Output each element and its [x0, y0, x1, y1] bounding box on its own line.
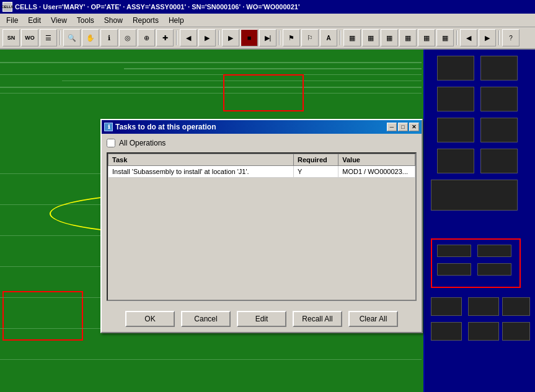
toolbar-font[interactable]: A: [320, 29, 337, 46]
toolbar-list[interactable]: ☰: [40, 29, 57, 46]
toolbar-grid5[interactable]: ▦: [418, 29, 435, 46]
task-table: Task Required Value Install 'Subassembly…: [108, 154, 415, 178]
pcb-trace: [124, 68, 422, 69]
pcb-trace: [0, 93, 422, 94]
cell-required: Y: [294, 166, 338, 178]
blue-ic-small-2: [477, 245, 511, 257]
blue-ic-4: [480, 87, 518, 111]
dialog-close-button[interactable]: ✕: [409, 123, 419, 131]
blue-ic-8: [480, 149, 518, 173]
menu-bar: File Edit View Tools Show Reports Help: [0, 14, 535, 27]
toolbar-back[interactable]: ◀: [180, 29, 197, 46]
all-operations-checkbox[interactable]: [107, 139, 115, 147]
toolbar-info[interactable]: ℹ: [100, 29, 118, 46]
pcb-right-board: [423, 50, 535, 392]
app-icon: CELLS: [2, 2, 12, 12]
toolbar-magnify[interactable]: ⊕: [138, 29, 155, 46]
toolbar-flag2[interactable]: ⚐: [301, 29, 319, 46]
all-operations-label: All Operations: [119, 139, 166, 147]
dialog-minimize-button[interactable]: ─: [387, 123, 397, 131]
toolbar-help[interactable]: ?: [502, 29, 520, 46]
window-title: CELLS · User='MARY' · OP='ATE' · ASSY='A…: [15, 3, 300, 11]
menu-show[interactable]: Show: [99, 15, 128, 26]
toolbar: SN WO ☰ 🔍 ✋ ℹ ◎ ⊕ ✚ ◀ ▶ ▶ ■ ▶| ⚑ ⚐ A ▦ ▦…: [0, 27, 535, 50]
dialog-title-group: ℹ Tasks to do at this operation: [104, 123, 216, 131]
toolbar-grid1[interactable]: ▦: [343, 29, 361, 46]
toolbar-grid4[interactable]: ▦: [399, 29, 417, 46]
col-required: Required: [294, 154, 338, 166]
blue-ic-2: [480, 56, 518, 81]
toolbar-stop[interactable]: ■: [241, 29, 258, 46]
ok-button[interactable]: OK: [125, 311, 175, 327]
blue-ic-small-4: [477, 263, 511, 276]
cell-value: MOD1 / WO000023...: [338, 166, 415, 178]
toolbar-sep-7: [498, 30, 500, 45]
toolbar-next2[interactable]: ▶: [479, 29, 496, 46]
toolbar-sn[interactable]: SN: [2, 29, 20, 46]
toolbar-target[interactable]: ◎: [119, 29, 136, 46]
blue-ic-3: [437, 87, 474, 111]
pcb-trace: [0, 62, 422, 63]
menu-reports[interactable]: Reports: [128, 15, 164, 26]
toolbar-fwd[interactable]: ▶: [198, 29, 216, 46]
pcb-highlight-red-bottom: [2, 291, 83, 341]
toolbar-add[interactable]: ✚: [156, 29, 174, 46]
toolbar-sep-6: [456, 30, 458, 45]
pcb-trace: [0, 87, 422, 88]
dialog-maximize-button[interactable]: □: [398, 123, 408, 131]
toolbar-grid2[interactable]: ▦: [362, 29, 379, 46]
toolbar-pan[interactable]: ✋: [82, 29, 99, 46]
pcb-trace: [0, 359, 422, 360]
col-task: Task: [108, 154, 294, 166]
all-operations-row: All Operations: [107, 139, 417, 147]
toolbar-grid6[interactable]: ▦: [436, 29, 454, 46]
toolbar-next[interactable]: ▶|: [259, 29, 276, 46]
toolbar-flag1[interactable]: ⚑: [283, 29, 300, 46]
tasks-dialog: ℹ Tasks to do at this operation ─ □ ✕ Al…: [100, 119, 423, 333]
toolbar-play[interactable]: ▶: [222, 29, 239, 46]
menu-view[interactable]: View: [46, 15, 72, 26]
blue-ic-bot-6: [502, 322, 530, 341]
blue-ic-7: [437, 149, 474, 173]
toolbar-sep-2: [176, 30, 177, 45]
cancel-button[interactable]: Cancel: [181, 311, 231, 327]
dialog-content: All Operations Task Required Value Insta…: [102, 134, 422, 306]
menu-edit[interactable]: Edit: [23, 15, 46, 26]
col-value: Value: [338, 154, 415, 166]
menu-file[interactable]: File: [1, 15, 23, 26]
pcb-highlight-red-top: [223, 74, 304, 111]
toolbar-sep-5: [340, 30, 341, 45]
dialog-titlebar: ℹ Tasks to do at this operation ─ □ ✕: [102, 120, 422, 134]
dialog-controls: ─ □ ✕: [387, 123, 419, 131]
blue-ic-bot-3: [502, 297, 530, 316]
toolbar-grid3[interactable]: ▦: [381, 29, 398, 46]
blue-ic-small-1: [437, 245, 471, 257]
table-row[interactable]: Install 'Subassembly to install' at loca…: [108, 166, 415, 178]
task-table-container[interactable]: Task Required Value Install 'Subassembly…: [107, 152, 417, 301]
toolbar-wo[interactable]: WO: [21, 29, 38, 46]
blue-ic-bot-5: [468, 322, 499, 341]
recall-all-button[interactable]: Recall All: [293, 311, 342, 327]
blue-ic-1: [437, 56, 474, 81]
menu-tools[interactable]: Tools: [72, 15, 99, 26]
blue-ic-bot-1: [431, 297, 462, 316]
pcb-trace: [0, 74, 422, 75]
blue-ic-small-3: [437, 263, 471, 276]
toolbar-sep-4: [279, 30, 280, 45]
blue-ic-5: [437, 118, 474, 142]
cell-task: Install 'Subassembly to install' at loca…: [108, 166, 294, 178]
table-header-row: Task Required Value: [108, 154, 415, 166]
blue-ic-6: [480, 118, 518, 142]
toolbar-zoom[interactable]: 🔍: [63, 29, 81, 46]
toolbar-sep-3: [218, 30, 219, 45]
toolbar-prev2[interactable]: ◀: [460, 29, 477, 46]
dialog-title: Tasks to do at this operation: [115, 123, 216, 131]
dialog-buttons: OK Cancel Edit Recall All Clear All: [102, 306, 422, 332]
clear-all-button[interactable]: Clear All: [348, 311, 398, 327]
menu-help[interactable]: Help: [164, 15, 189, 26]
blue-ic-large: [431, 180, 518, 211]
toolbar-sep-1: [60, 30, 61, 45]
edit-button[interactable]: Edit: [237, 311, 286, 327]
blue-ic-bot-4: [431, 322, 462, 341]
dialog-title-icon: ℹ: [104, 123, 113, 131]
